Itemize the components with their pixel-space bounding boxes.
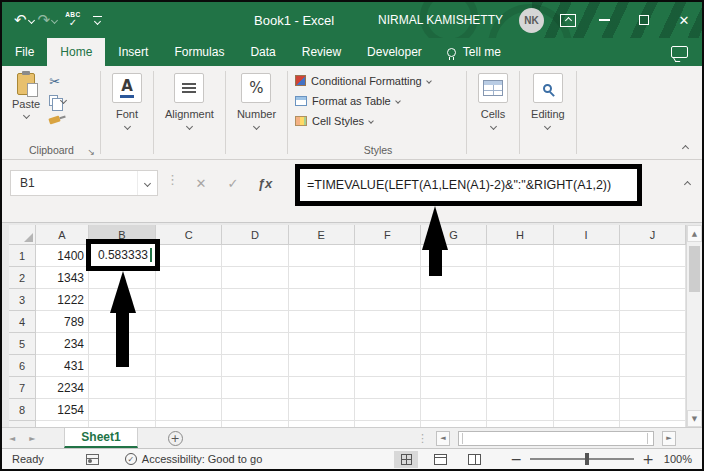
clipboard-dialog-launcher-icon[interactable]: ↘: [87, 147, 95, 157]
row-header-7[interactable]: 7: [9, 377, 36, 399]
cell-c5[interactable]: [156, 333, 222, 355]
cut-button[interactable]: ✂: [49, 74, 66, 89]
cell-styles-button[interactable]: Cell Styles: [295, 112, 463, 129]
conditional-formatting-button[interactable]: Conditional Formatting: [295, 72, 463, 89]
font-group[interactable]: A Font: [102, 66, 152, 159]
cell-a6[interactable]: 431: [36, 355, 89, 377]
name-box[interactable]: B1: [10, 170, 158, 196]
cell-j2[interactable]: [620, 267, 686, 289]
cell-d6[interactable]: [222, 355, 288, 377]
cell-d7[interactable]: [222, 377, 288, 399]
expand-formula-bar-icon[interactable]: [684, 181, 691, 188]
cell-i3[interactable]: [554, 289, 620, 311]
cells-group[interactable]: Cells: [468, 66, 518, 159]
cell-h7[interactable]: [487, 377, 553, 399]
macro-recording-icon[interactable]: [86, 454, 99, 465]
column-header-h[interactable]: H: [487, 225, 553, 245]
cell-g3[interactable]: [421, 289, 487, 311]
cell-j6[interactable]: [620, 355, 686, 377]
cell-f6[interactable]: [355, 355, 421, 377]
cell-f3[interactable]: [355, 289, 421, 311]
tab-insert[interactable]: Insert: [105, 38, 161, 66]
cell-h1[interactable]: [487, 245, 553, 267]
cell-e5[interactable]: [289, 333, 355, 355]
avatar[interactable]: NK: [519, 8, 544, 33]
horizontal-scrollbar[interactable]: [458, 431, 654, 446]
scroll-down-icon[interactable]: ▼: [687, 410, 702, 427]
formula-bar-drag-handle[interactable]: ⋮: [166, 172, 179, 187]
insert-function-button[interactable]: ƒx: [252, 170, 278, 196]
undo-button[interactable]: ↶: [14, 13, 34, 28]
scroll-right-icon[interactable]: ►: [662, 431, 676, 446]
customize-quick-access-button[interactable]: [93, 16, 102, 25]
scroll-left-icon[interactable]: ◄: [436, 431, 450, 446]
cell-i1[interactable]: [554, 245, 620, 267]
cell-a3[interactable]: 1222: [36, 289, 89, 311]
cell-i2[interactable]: [554, 267, 620, 289]
cell-g4[interactable]: [421, 311, 487, 333]
zoom-level[interactable]: 100%: [664, 453, 692, 465]
format-painter-button[interactable]: [49, 112, 66, 127]
comments-icon[interactable]: [671, 46, 688, 58]
cell-d4[interactable]: [222, 311, 288, 333]
column-header-d[interactable]: D: [222, 225, 288, 245]
cell-j5[interactable]: [620, 333, 686, 355]
new-sheet-button[interactable]: +: [168, 431, 183, 446]
cell-j4[interactable]: [620, 311, 686, 333]
cell-e1[interactable]: [289, 245, 355, 267]
cell-j3[interactable]: [620, 289, 686, 311]
tab-data[interactable]: Data: [237, 38, 288, 66]
cell-f8[interactable]: [355, 399, 421, 421]
cell-h5[interactable]: [487, 333, 553, 355]
sheet-tab-sheet1[interactable]: Sheet1: [64, 428, 137, 448]
row-header-3[interactable]: 3: [9, 289, 36, 311]
horizontal-scrollbar-thumb[interactable]: [462, 433, 648, 444]
row-header-2[interactable]: 2: [9, 267, 36, 289]
cell-a8[interactable]: 1254: [36, 399, 89, 421]
name-box-dropdown[interactable]: [137, 171, 157, 195]
row-header-1[interactable]: 1: [9, 245, 36, 267]
page-break-view-button[interactable]: [462, 451, 486, 468]
alignment-group[interactable]: Alignment: [155, 66, 224, 159]
sheet-nav-right-icon[interactable]: ►: [22, 428, 42, 448]
cell-h2[interactable]: [487, 267, 553, 289]
minimize-button[interactable]: [592, 2, 616, 38]
cell-f2[interactable]: [355, 267, 421, 289]
column-header-f[interactable]: F: [355, 225, 421, 245]
row-header-8[interactable]: 8: [9, 399, 36, 421]
column-header-e[interactable]: E: [289, 225, 355, 245]
enter-button[interactable]: ✓: [220, 170, 246, 196]
cell-d1[interactable]: [222, 245, 288, 267]
vertical-scrollbar[interactable]: ▲ ▼: [686, 225, 702, 427]
cell-e6[interactable]: [289, 355, 355, 377]
cell-g7[interactable]: [421, 377, 487, 399]
cell-f1[interactable]: [355, 245, 421, 267]
cancel-button[interactable]: ✕: [188, 170, 214, 196]
accessibility-status[interactable]: Accessibility: Good to go: [142, 453, 262, 465]
cell-b7[interactable]: [89, 377, 156, 399]
cell-a1[interactable]: 1400: [36, 245, 89, 267]
number-group[interactable]: % Number: [227, 66, 286, 159]
cell-c6[interactable]: [156, 355, 222, 377]
collapse-ribbon-icon[interactable]: [682, 145, 689, 152]
normal-view-button[interactable]: [394, 451, 418, 468]
cell-h6[interactable]: [487, 355, 553, 377]
row-header-4[interactable]: 4: [9, 311, 36, 333]
copy-button[interactable]: [49, 93, 66, 108]
cell-g6[interactable]: [421, 355, 487, 377]
redo-button[interactable]: ↷: [38, 13, 58, 28]
cell-g8[interactable]: [421, 399, 487, 421]
select-all-corner[interactable]: [9, 225, 36, 245]
zoom-in-button[interactable]: +: [642, 451, 654, 467]
cell-e4[interactable]: [289, 311, 355, 333]
cell-i6[interactable]: [554, 355, 620, 377]
zoom-out-button[interactable]: −: [510, 451, 522, 467]
cell-d5[interactable]: [222, 333, 288, 355]
zoom-slider[interactable]: [530, 458, 634, 460]
cell-j1[interactable]: [620, 245, 686, 267]
cell-i7[interactable]: [554, 377, 620, 399]
user-name[interactable]: NIRMAL KAMISHETTY: [378, 13, 503, 27]
cell-i8[interactable]: [554, 399, 620, 421]
row-header-6[interactable]: 6: [9, 355, 36, 377]
cell-e7[interactable]: [289, 377, 355, 399]
